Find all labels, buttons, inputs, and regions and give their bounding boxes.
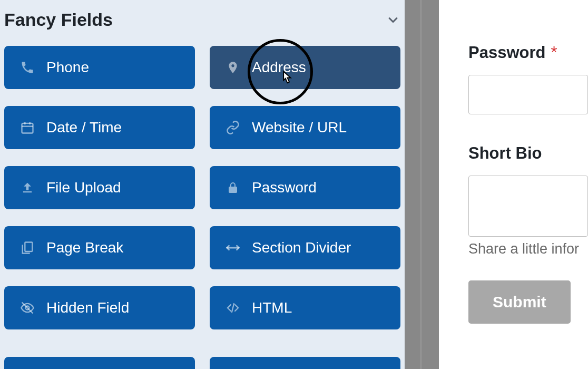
link-icon <box>224 119 241 136</box>
arrows-icon <box>224 239 241 256</box>
code-icon <box>224 299 241 316</box>
bio-label: Short Bio <box>468 144 588 163</box>
pin-icon <box>224 59 241 76</box>
field-upload[interactable]: File Upload <box>4 166 195 209</box>
svg-rect-4 <box>25 242 32 252</box>
chevron-down-icon[interactable] <box>386 13 400 27</box>
field-label: File Upload <box>46 179 121 196</box>
field-pagebreak[interactable]: Page Break <box>4 226 195 269</box>
field-label: HTML <box>252 299 292 316</box>
field-address[interactable]: Address <box>210 46 400 89</box>
field-label: Page Break <box>46 239 123 256</box>
svg-rect-0 <box>22 123 33 133</box>
field-hidden[interactable]: Hidden Field <box>4 286 195 329</box>
lock-icon <box>224 179 241 196</box>
fields-panel: Fancy Fields Phone Address Date / Time <box>0 0 405 369</box>
panel-header[interactable]: Fancy Fields <box>4 0 400 46</box>
password-input[interactable] <box>468 75 588 114</box>
calendar-icon <box>19 119 36 136</box>
field-password[interactable]: Password <box>210 166 400 209</box>
password-label: Password * <box>468 43 588 62</box>
field-label: Hidden Field <box>46 299 129 316</box>
panel-divider[interactable] <box>405 0 439 369</box>
field-partial[interactable] <box>210 357 400 369</box>
submit-button[interactable]: Submit <box>468 280 571 324</box>
field-phone[interactable]: Phone <box>4 46 195 89</box>
form-preview: Password * Short Bio Share a little info… <box>439 0 588 369</box>
field-label: Phone <box>46 59 89 76</box>
field-label: Website / URL <box>252 119 347 136</box>
field-website[interactable]: Website / URL <box>210 106 400 149</box>
svg-line-8 <box>232 304 234 312</box>
pages-icon <box>19 239 36 256</box>
field-divider[interactable]: Section Divider <box>210 226 400 269</box>
field-label: Password <box>252 179 317 196</box>
upload-icon <box>19 179 36 196</box>
required-mark: * <box>551 43 557 62</box>
bio-textarea[interactable] <box>468 176 588 237</box>
field-label: Section Divider <box>252 239 351 256</box>
panel-title: Fancy Fields <box>4 9 113 30</box>
field-label: Date / Time <box>46 119 122 136</box>
eyeoff-icon <box>19 299 36 316</box>
field-label: Address <box>252 59 306 76</box>
bio-hint: Share a little infor <box>468 241 588 257</box>
field-partial[interactable] <box>4 357 195 369</box>
field-datetime[interactable]: Date / Time <box>4 106 195 149</box>
phone-icon <box>19 59 36 76</box>
field-html[interactable]: HTML <box>210 286 400 329</box>
label-text: Password <box>468 43 545 62</box>
